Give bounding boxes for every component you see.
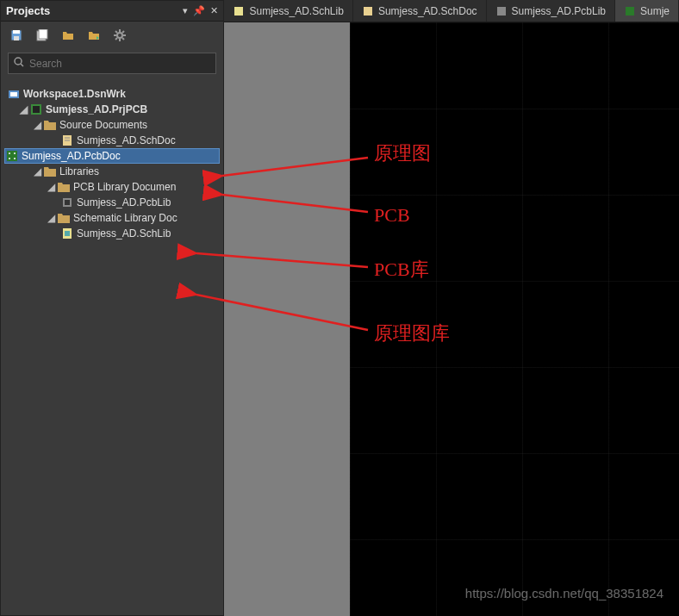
project-label: Sumjess_AD.PrjPCB [46, 103, 147, 115]
tab-pcblib[interactable]: Sumjess_AD.PcbLib [487, 0, 615, 22]
svg-line-12 [115, 38, 117, 40]
svg-line-10 [115, 31, 117, 33]
folder-export-icon[interactable] [87, 28, 101, 42]
svg-rect-4 [39, 29, 47, 39]
panel-toolbar [1, 22, 223, 49]
svg-rect-33 [364, 7, 372, 16]
tab-label: Sumjess_AD.SchDoc [378, 5, 477, 17]
svg-rect-35 [626, 7, 634, 16]
panel-header: Projects ▾ 📌 ✕ [1, 1, 223, 22]
folder-open-icon[interactable] [61, 28, 75, 42]
dropdown-icon[interactable]: ▾ [183, 6, 188, 16]
canvas-grid [350, 22, 679, 616]
schlib-label: Sumjess_AD.SchLib [77, 227, 171, 240]
workspace-node[interactable]: Workspace1.DsnWrk [4, 86, 220, 102]
workspace-label: Workspace1.DsnWrk [23, 88, 126, 100]
search-box[interactable] [8, 53, 216, 74]
svg-line-15 [21, 64, 23, 66]
svg-point-14 [15, 58, 22, 65]
schdoc-node[interactable]: Sumjess_AD.SchDoc [4, 133, 220, 148]
tab-bar: Sumjess_AD.SchLib Sumjess_AD.SchDoc Sumj… [224, 0, 679, 22]
pcbdoc-label: Sumjess_AD.PcbDoc [22, 150, 121, 162]
svg-rect-17 [10, 92, 17, 96]
schlib-icon [61, 227, 73, 240]
tab-schdoc[interactable]: Sumjess_AD.SchDoc [353, 0, 487, 22]
schdoc-label: Sumjess_AD.SchDoc [77, 134, 176, 146]
expander-icon[interactable]: ◢ [34, 165, 42, 177]
source-docs-node[interactable]: ◢ Source Documents [4, 117, 220, 133]
compile-icon[interactable] [35, 28, 49, 42]
svg-rect-1 [13, 30, 20, 34]
project-icon [30, 103, 42, 115]
libraries-label: Libraries [59, 165, 99, 177]
folder-icon [58, 181, 70, 193]
svg-rect-34 [497, 7, 506, 16]
expander-icon[interactable]: ◢ [47, 181, 56, 193]
search-input[interactable] [29, 58, 210, 70]
panel-title: Projects [6, 4, 50, 17]
svg-rect-29 [65, 200, 70, 205]
libraries-node[interactable]: ◢ Libraries [4, 164, 220, 179]
projects-panel: Projects ▾ 📌 ✕ [0, 0, 224, 616]
sch-lib-folder-node[interactable]: ◢ Schematic Library Doc [4, 210, 220, 226]
pcblib-icon [495, 5, 508, 17]
schlib-icon [233, 5, 245, 17]
expander-icon[interactable]: ◢ [20, 103, 28, 115]
svg-rect-19 [33, 106, 40, 113]
svg-line-11 [122, 38, 124, 40]
search-icon [14, 57, 24, 70]
workspace-icon [8, 88, 20, 100]
pcblib-node[interactable]: Sumjess_AD.PcbLib [4, 195, 220, 210]
svg-point-24 [9, 152, 10, 154]
svg-line-13 [122, 31, 124, 33]
sch-lib-folder-label: Schematic Library Doc [73, 212, 178, 224]
folder-icon [44, 165, 56, 177]
svg-point-5 [117, 33, 122, 38]
pcbdoc-node[interactable]: Sumjess_AD.PcbDoc [4, 148, 220, 164]
svg-rect-2 [14, 36, 19, 40]
tab-label: Sumjess_AD.PcbLib [512, 5, 606, 17]
tab-schlib[interactable]: Sumjess_AD.SchLib [224, 0, 352, 22]
pcb-lib-folder-node[interactable]: ◢ PCB Library Documen [4, 179, 220, 195]
schdoc-icon [362, 5, 374, 17]
pcb-lib-folder-label: PCB Library Documen [73, 181, 176, 193]
expander-icon[interactable]: ◢ [47, 212, 56, 224]
panel-controls: ▾ 📌 ✕ [183, 6, 218, 16]
tab-pcbdoc[interactable]: Sumje [615, 0, 679, 22]
schlib-node[interactable]: Sumjess_AD.SchLib [4, 226, 220, 241]
pcblib-label: Sumjess_AD.PcbLib [77, 196, 171, 208]
tab-label: Sumjess_AD.SchLib [249, 5, 343, 17]
pin-icon[interactable]: 📌 [193, 6, 205, 16]
expander-icon[interactable]: ◢ [34, 119, 42, 131]
svg-point-27 [14, 158, 16, 159]
pcbdoc-icon [624, 5, 636, 17]
tab-label: Sumje [640, 5, 670, 17]
svg-point-25 [14, 152, 16, 154]
svg-rect-23 [7, 151, 17, 161]
svg-rect-31 [65, 231, 70, 236]
svg-point-26 [9, 158, 10, 159]
gear-icon[interactable] [113, 28, 127, 42]
folder-icon [44, 119, 56, 131]
pcbdoc-icon [6, 150, 18, 162]
folder-icon [58, 212, 70, 224]
pcb-canvas[interactable] [350, 22, 679, 616]
pcblib-icon [61, 196, 73, 208]
project-tree: Workspace1.DsnWrk ◢ Sumjess_AD.PrjPCB ◢ … [1, 81, 223, 615]
close-icon[interactable]: ✕ [210, 6, 218, 16]
source-docs-label: Source Documents [59, 119, 147, 131]
editor-area: Sumjess_AD.SchLib Sumjess_AD.SchDoc Sumj… [224, 0, 679, 616]
project-node[interactable]: ◢ Sumjess_AD.PrjPCB [4, 102, 220, 117]
save-icon[interactable] [9, 28, 23, 42]
schdoc-icon [61, 134, 73, 146]
svg-rect-32 [234, 7, 243, 16]
